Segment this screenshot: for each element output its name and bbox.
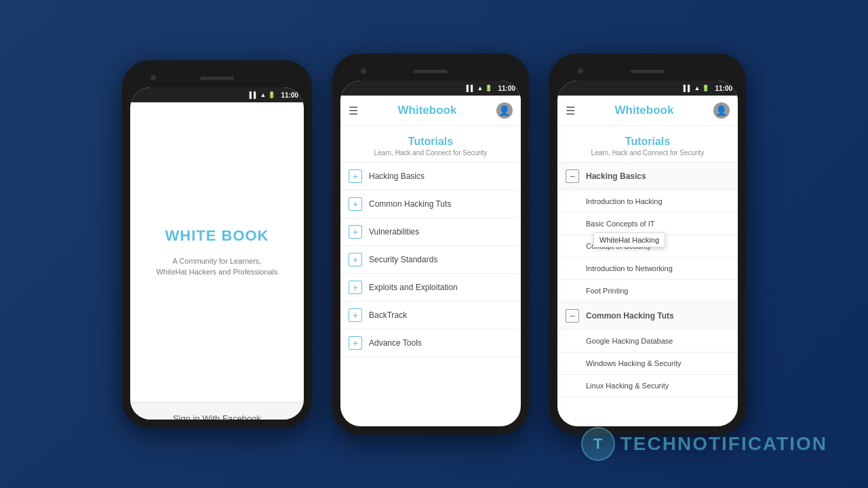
list-item[interactable]: + Advance Tools bbox=[340, 329, 521, 357]
signal-bars-1: ▌▌ bbox=[250, 92, 258, 98]
phone-speaker-1 bbox=[200, 77, 234, 80]
list-item[interactable]: + Security Standards bbox=[340, 246, 521, 274]
watermark: T TECHNOTIFICATION bbox=[581, 427, 827, 461]
phone-top-bar-3 bbox=[557, 62, 738, 81]
phone-inner-1: ▌▌ ▲ 🔋 11:00 WHITE BOOK A Community for … bbox=[130, 87, 304, 420]
phone-inner-3: ▌▌ ▲ 🔋 11:00 ☰ Whitebook 👤 Tutorials Lea… bbox=[557, 81, 738, 426]
sub-item[interactable]: Introduction to Hacking bbox=[557, 190, 738, 213]
hamburger-icon-3[interactable]: ☰ bbox=[566, 104, 575, 117]
sub-item[interactable]: Google Hacking Database bbox=[557, 330, 738, 352]
subtitle-line2: WhiteHat Hackers and Professionals bbox=[156, 268, 277, 276]
subtitle-line1: A Community for Learners, bbox=[173, 257, 262, 265]
app-subtitle: A Community for Learners, WhiteHat Hacke… bbox=[156, 256, 277, 278]
status-bar-1: ▌▌ ▲ 🔋 11:00 bbox=[130, 87, 304, 102]
battery-icon-2: 🔋 bbox=[485, 85, 492, 92]
plus-icon: + bbox=[349, 336, 362, 350]
plus-icon: + bbox=[349, 308, 362, 322]
app-header-3: ☰ Whitebook 👤 bbox=[557, 96, 738, 126]
page-subtitle-3: Learn, Hack and Connect for Security bbox=[557, 149, 738, 157]
wifi-icon-2: ▲ bbox=[477, 85, 484, 92]
list-content: ☰ Whitebook 👤 Tutorials Learn, Hack and … bbox=[340, 96, 521, 426]
item-label: Vulnerabilities bbox=[369, 227, 419, 237]
status-icons-1: ▌▌ ▲ 🔋 bbox=[250, 92, 276, 98]
phone-camera-3 bbox=[578, 68, 583, 74]
minus-icon: − bbox=[566, 169, 579, 183]
sub-item[interactable]: Basic Concepts of IT bbox=[557, 213, 738, 235]
plus-icon: + bbox=[349, 197, 362, 211]
page-title-3: Tutorials bbox=[557, 136, 738, 148]
sub-item[interactable]: Linux Hacking & Security bbox=[557, 375, 738, 397]
item-label: Hacking Basics bbox=[369, 171, 425, 181]
item-label: Common Hacking Tuts bbox=[369, 199, 451, 209]
phone-inner-2: ▌▌ ▲ 🔋 11:00 ☰ Whitebook 👤 Tutorials Lea… bbox=[340, 81, 521, 426]
plus-icon: + bbox=[349, 253, 362, 266]
status-time-3: 11:00 bbox=[715, 85, 732, 92]
status-icons-2: ▌▌ ▲ 🔋 bbox=[467, 85, 493, 92]
item-label: Security Standards bbox=[369, 255, 437, 264]
status-icons-3: ▌▌ ▲ 🔋 bbox=[684, 85, 710, 92]
tutorial-list-screen: ▌▌ ▲ 🔋 11:00 ☰ Whitebook 👤 Tutorials Lea… bbox=[340, 81, 521, 426]
user-avatar-3[interactable]: 👤 bbox=[713, 102, 730, 119]
page-title-2: Tutorials bbox=[340, 136, 521, 148]
section-header[interactable]: − Hacking Basics bbox=[557, 163, 738, 190]
sub-item[interactable]: Introduction to Networking bbox=[557, 258, 738, 280]
wifi-icon-1: ▲ bbox=[260, 92, 267, 98]
expanded-content: ☰ Whitebook 👤 Tutorials Learn, Hack and … bbox=[557, 96, 738, 426]
login-content-wrapper: WHITE BOOK A Community for Learners, Whi… bbox=[130, 102, 304, 420]
phone-camera-2 bbox=[361, 68, 366, 74]
section-header[interactable]: − Common Hacking Tuts bbox=[557, 302, 738, 330]
list-item[interactable]: + Hacking Basics bbox=[340, 163, 521, 190]
signal-bars-3: ▌▌ bbox=[684, 85, 692, 92]
status-time-2: 11:00 bbox=[498, 85, 515, 92]
list-item[interactable]: + Common Hacking Tuts bbox=[340, 190, 521, 218]
phone-speaker-3 bbox=[631, 70, 665, 73]
phone-camera-1 bbox=[151, 75, 156, 81]
battery-icon-1: 🔋 bbox=[268, 92, 275, 98]
status-bar-2: ▌▌ ▲ 🔋 11:00 bbox=[340, 81, 521, 96]
plus-icon: + bbox=[349, 225, 362, 239]
battery-icon-3: 🔋 bbox=[702, 85, 709, 92]
item-label: Exploits and Exploitation bbox=[369, 283, 458, 292]
status-time-1: 11:00 bbox=[281, 92, 298, 99]
tooltip-badge-2: WhiteHat Hacking bbox=[593, 232, 665, 247]
sub-item[interactable]: Foot Printing bbox=[557, 280, 738, 302]
page-subtitle-2: Learn, Hack and Connect for Security bbox=[340, 149, 521, 157]
expanded-list[interactable]: − Hacking Basics Introduction to Hacking… bbox=[557, 163, 738, 426]
scene: ▌▌ ▲ 🔋 11:00 WHITE BOOK A Community for … bbox=[0, 0, 868, 488]
list-item[interactable]: + BackTrack bbox=[340, 302, 521, 329]
expanded-screen: ▌▌ ▲ 🔋 11:00 ☰ Whitebook 👤 Tutorials Lea… bbox=[557, 81, 738, 426]
watermark-logo-text: T bbox=[593, 435, 602, 453]
watermark-label: TECHNOTIFICATION bbox=[620, 433, 827, 455]
signal-bars-2: ▌▌ bbox=[467, 85, 475, 92]
phone-top-bar-1 bbox=[130, 68, 304, 87]
list-item[interactable]: + Exploits and Exploitation bbox=[340, 274, 521, 302]
plus-icon: + bbox=[349, 169, 362, 183]
header-title-3: Whitebook bbox=[615, 104, 674, 117]
hamburger-icon-2[interactable]: ☰ bbox=[349, 104, 358, 117]
watermark-logo: T bbox=[581, 427, 615, 461]
wifi-icon-3: ▲ bbox=[694, 85, 701, 92]
login-content: WHITE BOOK A Community for Learners, Whi… bbox=[130, 102, 304, 402]
phone-list: ▌▌ ▲ 🔋 11:00 ☰ Whitebook 👤 Tutorials Lea… bbox=[332, 54, 529, 434]
phone-top-bar-2 bbox=[340, 62, 521, 81]
tutorial-list[interactable]: + Hacking Basics + Common Hacking Tuts +… bbox=[340, 163, 521, 426]
login-footer[interactable]: Sign in With Facebook bbox=[130, 402, 304, 420]
sub-item[interactable]: Windows Hacking & Security bbox=[557, 352, 738, 375]
minus-icon: − bbox=[566, 309, 579, 323]
app-title: WHITE BOOK bbox=[165, 227, 269, 245]
login-button-label: Sign in With Facebook bbox=[173, 413, 261, 420]
plus-icon: + bbox=[349, 281, 362, 294]
login-screen: ▌▌ ▲ 🔋 11:00 WHITE BOOK A Community for … bbox=[130, 87, 304, 420]
list-item[interactable]: + Vulnerabilities bbox=[340, 218, 521, 246]
user-avatar-2[interactable]: 👤 bbox=[496, 102, 513, 119]
page-header-2: Tutorials Learn, Hack and Connect for Se… bbox=[340, 126, 521, 163]
phone-login: ▌▌ ▲ 🔋 11:00 WHITE BOOK A Community for … bbox=[122, 60, 312, 428]
header-title-2: Whitebook bbox=[398, 104, 457, 117]
app-header-2: ☰ Whitebook 👤 bbox=[340, 96, 521, 126]
status-bar-3: ▌▌ ▲ 🔋 11:00 bbox=[557, 81, 738, 96]
phone-speaker-2 bbox=[414, 70, 448, 73]
section-title: Common Hacking Tuts bbox=[586, 311, 674, 321]
item-label: BackTrack bbox=[369, 310, 407, 320]
page-header-3: Tutorials Learn, Hack and Connect for Se… bbox=[557, 126, 738, 163]
item-label: Advance Tools bbox=[369, 338, 422, 348]
